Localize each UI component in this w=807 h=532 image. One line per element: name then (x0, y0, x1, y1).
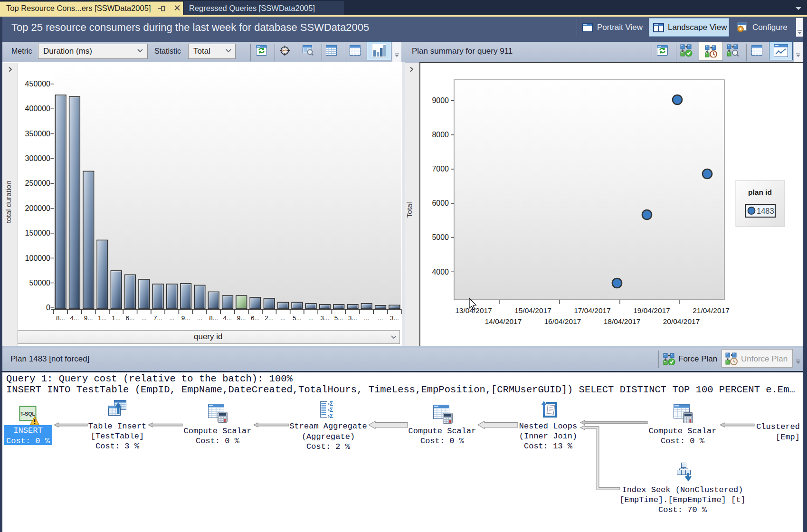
svg-text:4...: 4... (223, 314, 232, 322)
svg-text:19/04/2017: 19/04/2017 (633, 306, 670, 314)
svg-text:...: ... (308, 314, 313, 322)
svg-text:Query 1: Query cost (relative: Query 1: Query cost (relative to the bat… (6, 373, 293, 384)
svg-text:...: ... (142, 314, 147, 322)
svg-text:3...: 3... (390, 314, 399, 322)
svg-text:6000: 6000 (432, 199, 449, 207)
svg-text:150000: 150000 (25, 229, 50, 237)
svg-text:17/04/2017: 17/04/2017 (574, 306, 611, 314)
svg-text:Cost: 13 %: Cost: 13 % (524, 442, 573, 451)
svg-text:8...: 8... (56, 314, 65, 322)
svg-text:...: ... (280, 314, 285, 322)
svg-text:[Emp]: [Emp] (776, 433, 800, 442)
svg-text:3...: 3... (348, 314, 357, 322)
svg-text:Cost: 70 %: Cost: 70 % (658, 505, 707, 514)
svg-text:6...: 6... (126, 314, 135, 322)
svg-text:18/04/2017: 18/04/2017 (604, 317, 641, 325)
svg-text:1...: 1... (98, 314, 107, 322)
svg-text:...: ... (378, 314, 383, 322)
svg-text:3...: 3... (321, 314, 330, 322)
svg-text:100000: 100000 (25, 254, 50, 262)
svg-text:0: 0 (46, 304, 50, 312)
svg-text:9000: 9000 (432, 96, 449, 104)
svg-text:Cost: 2 %: Cost: 2 % (306, 442, 351, 451)
svg-text:5000: 5000 (432, 233, 449, 241)
svg-text:[TestTable]: [TestTable] (91, 432, 144, 441)
svg-text:20/04/2017: 20/04/2017 (663, 317, 700, 325)
svg-text:14/04/2017: 14/04/2017 (485, 317, 522, 325)
svg-text:INSERT: INSERT (13, 426, 42, 435)
svg-text:›Σ: ›Σ (328, 413, 333, 419)
svg-text:9...: 9... (84, 314, 93, 322)
svg-text:350000: 350000 (25, 130, 50, 138)
svg-text:16/04/2017: 16/04/2017 (544, 317, 581, 325)
svg-text:...: ... (364, 314, 369, 322)
svg-text:Clustered: Clustered (756, 422, 800, 431)
svg-text:7...: 7... (153, 314, 162, 322)
svg-text:Compute Scalar: Compute Scalar (408, 427, 476, 436)
svg-text:Cost: 3 %: Cost: 3 % (95, 442, 140, 451)
svg-text:200000: 200000 (25, 204, 50, 212)
svg-text:8...: 8... (209, 314, 218, 322)
svg-text:9...: 9... (237, 314, 246, 322)
svg-text:Nested Loops: Nested Loops (519, 422, 577, 431)
svg-text:450000: 450000 (25, 80, 50, 88)
svg-text:total duration: total duration (4, 180, 12, 223)
svg-text:Compute Scalar: Compute Scalar (184, 427, 252, 436)
svg-text:...: ... (169, 314, 174, 322)
svg-text:Cost: 0 %: Cost: 0 % (420, 437, 465, 446)
svg-text:4000: 4000 (432, 268, 449, 276)
svg-text:250000: 250000 (25, 179, 50, 187)
svg-text:15/04/2017: 15/04/2017 (514, 306, 551, 314)
svg-text:T-SQL: T-SQL (20, 411, 36, 417)
svg-text:5...: 5... (334, 314, 343, 322)
svg-text:Total: Total (405, 202, 413, 218)
svg-text:Stream Aggregate: Stream Aggregate (289, 422, 367, 431)
svg-text:2...: 2... (265, 314, 274, 322)
svg-text:9...: 9... (181, 314, 190, 322)
svg-text:...: ... (197, 314, 202, 322)
svg-text:Compute Scalar: Compute Scalar (649, 427, 717, 436)
svg-text:›Σ: ›Σ (328, 400, 333, 407)
svg-text:300000: 300000 (25, 154, 50, 162)
svg-text:1...: 1... (112, 314, 121, 322)
svg-text:(Inner Join): (Inner Join) (519, 432, 577, 441)
svg-text:50000: 50000 (29, 279, 51, 287)
svg-text:INSERT INTO TestTable (EmpID,: INSERT INTO TestTable (EmpID, EmpName,Da… (6, 384, 795, 395)
svg-text:21/04/2017: 21/04/2017 (693, 306, 730, 314)
svg-text:6...: 6... (251, 314, 260, 322)
svg-text:Cost: 0 %: Cost: 0 % (661, 437, 705, 446)
svg-text:Table Insert: Table Insert (88, 422, 146, 431)
svg-text:7000: 7000 (432, 165, 449, 173)
svg-text:5...: 5... (293, 314, 302, 322)
svg-text:[EmpTime].[EmpEmpTime] [t]: [EmpTime].[EmpEmpTime] [t] (619, 495, 745, 504)
svg-text:›Σ: ›Σ (328, 407, 333, 413)
svg-text:Cost: 0 %: Cost: 0 % (6, 437, 50, 446)
svg-text:400000: 400000 (25, 104, 50, 113)
svg-text:Cost: 0 %: Cost: 0 % (196, 437, 240, 446)
svg-text:plan id: plan id (748, 188, 772, 196)
svg-text:8000: 8000 (432, 131, 449, 139)
svg-text:Index Seek (NonClustered): Index Seek (NonClustered) (622, 485, 743, 494)
svg-text:(Aggregate): (Aggregate) (302, 432, 355, 441)
svg-text:1483: 1483 (757, 207, 774, 215)
svg-text:4...: 4... (70, 314, 79, 322)
